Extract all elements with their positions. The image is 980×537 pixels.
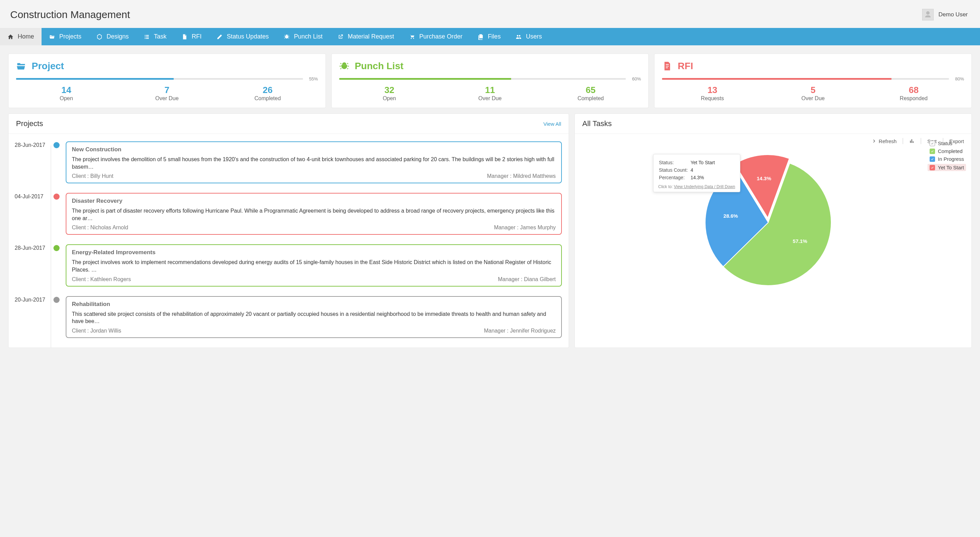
project-client: Client : Nicholas Arnold xyxy=(72,225,128,231)
tasks-panel-title: All Tasks xyxy=(582,119,612,128)
stat-requests[interactable]: 13Requests xyxy=(662,85,763,102)
nav-home-label: Home xyxy=(18,33,34,40)
legend-completed[interactable]: Completed xyxy=(930,148,964,154)
chart-legend: Status Completed In Progress Yet To Star… xyxy=(930,140,964,173)
tasks-toolbar: Refresh Sort Export xyxy=(582,138,964,144)
stat-overdue[interactable]: 11Over Due xyxy=(440,85,540,102)
nav-designs-label: Designs xyxy=(107,33,129,40)
project-title: Disaster Recovery xyxy=(72,198,556,204)
project-title: Rehabilitation xyxy=(72,301,556,308)
nav-files[interactable]: Files xyxy=(470,28,508,45)
timeline-dot xyxy=(54,142,60,148)
tasks-panel: All Tasks Refresh Sort Export xyxy=(574,113,972,348)
chart-tooltip: Status:Yet To Start Status Count:4 Perce… xyxy=(653,154,740,192)
nav-material-request-label: Material Request xyxy=(348,33,394,40)
project-manager: Manager : James Murphy xyxy=(494,225,556,231)
summary-punch-title: Punch List xyxy=(355,61,404,72)
timeline-dot xyxy=(54,245,60,251)
main-nav: Home Projects Designs Task RFI Status Up… xyxy=(0,28,980,45)
second-row: Projects View All 28-Jun-2017New Constru… xyxy=(8,113,972,348)
view-all-link[interactable]: View All xyxy=(544,121,561,127)
project-description: The project involves work to implement r… xyxy=(72,259,556,273)
edit-icon xyxy=(216,34,223,40)
legend-status-header[interactable]: Status xyxy=(930,140,964,146)
progress-bar xyxy=(339,78,626,80)
pie-label: 28.6% xyxy=(723,213,738,219)
nav-projects-label: Projects xyxy=(59,33,81,40)
stat-overdue[interactable]: 7Over Due xyxy=(117,85,218,102)
folder-open-icon xyxy=(16,61,26,71)
nav-punch-list-label: Punch List xyxy=(294,33,323,40)
project-manager: Manager : Jennifer Rodriguez xyxy=(484,328,556,334)
nav-designs[interactable]: Designs xyxy=(89,28,136,45)
project-date: 04-Jul-2017 xyxy=(14,193,47,235)
bug-icon xyxy=(339,61,349,71)
summary-card-project: Project 55% 14Open 7Over Due 26Completed xyxy=(8,54,326,108)
project-description: This scattered site project consists of … xyxy=(72,311,556,325)
project-date: 28-Jun-2017 xyxy=(14,244,47,286)
project-item[interactable]: 20-Jun-2017RehabilitationThis scattered … xyxy=(14,296,562,338)
user-icon xyxy=(924,11,932,19)
user-name: Demo User xyxy=(939,11,968,18)
pie-chart[interactable]: 57.1%28.6%14.3% xyxy=(582,148,964,291)
refresh-button[interactable]: Refresh xyxy=(871,138,897,144)
project-item[interactable]: 28-Jun-2017New ConstructionThe project i… xyxy=(14,142,562,183)
projects-timeline: 28-Jun-2017New ConstructionThe project i… xyxy=(8,134,569,347)
summary-project-title: Project xyxy=(32,61,64,72)
stat-completed[interactable]: 26Completed xyxy=(217,85,318,102)
separator xyxy=(903,138,903,144)
project-manager: Manager : Diana Gilbert xyxy=(498,276,556,282)
nav-rfi[interactable]: RFI xyxy=(174,28,209,45)
stat-overdue[interactable]: 5Over Due xyxy=(763,85,864,102)
project-description: The project is part of disaster recovery… xyxy=(72,207,556,222)
nav-users[interactable]: Users xyxy=(508,28,549,45)
nav-home[interactable]: Home xyxy=(0,28,41,45)
list-icon xyxy=(144,34,150,40)
project-card: Disaster RecoveryThe project is part of … xyxy=(66,193,562,235)
app-header: Construction Management Demo User xyxy=(0,0,980,28)
stat-open[interactable]: 32Open xyxy=(339,85,440,102)
project-client: Client : Billy Hunt xyxy=(72,173,113,179)
legend-yet-to-start[interactable]: Yet To Start xyxy=(928,164,966,171)
project-item[interactable]: 28-Jun-2017Energy-Related ImprovementsTh… xyxy=(14,244,562,286)
progress-bar xyxy=(662,78,949,80)
progress-pct: 55% xyxy=(306,76,318,81)
pie-label: 57.1% xyxy=(793,238,807,244)
app-title: Construction Management xyxy=(10,9,130,21)
summary-rfi-title: RFI xyxy=(678,61,693,72)
avatar xyxy=(922,9,934,21)
stat-completed[interactable]: 65Completed xyxy=(540,85,641,102)
file-icon xyxy=(181,34,188,40)
nav-rfi-label: RFI xyxy=(192,33,202,40)
cart-icon xyxy=(409,34,415,40)
progress-pct: 80% xyxy=(952,76,964,81)
stat-open[interactable]: 14Open xyxy=(16,85,117,102)
project-date: 20-Jun-2017 xyxy=(14,296,47,338)
nav-status-updates-label: Status Updates xyxy=(227,33,269,40)
user-menu[interactable]: Demo User xyxy=(922,9,968,21)
summary-row: Project 55% 14Open 7Over Due 26Completed… xyxy=(8,54,972,108)
progress-pct: 60% xyxy=(628,76,641,81)
summary-card-punch-list: Punch List 60% 32Open 11Over Due 65Compl… xyxy=(331,54,649,108)
chevron-right-icon xyxy=(871,138,877,144)
share-icon xyxy=(337,34,344,40)
hexagon-icon xyxy=(96,34,102,40)
legend-in-progress[interactable]: In Progress xyxy=(930,156,964,162)
project-title: Energy-Related Improvements xyxy=(72,249,556,256)
users-icon xyxy=(515,34,522,40)
project-description: The project involves the demolition of 5… xyxy=(72,156,556,171)
nav-material-request[interactable]: Material Request xyxy=(330,28,401,45)
project-card: Energy-Related ImprovementsThe project i… xyxy=(66,244,562,286)
stat-responded[interactable]: 68Responded xyxy=(863,85,964,102)
nav-projects[interactable]: Projects xyxy=(41,28,89,45)
nav-punch-list[interactable]: Punch List xyxy=(276,28,330,45)
nav-task[interactable]: Task xyxy=(136,28,174,45)
nav-purchase-order[interactable]: Purchase Order xyxy=(401,28,470,45)
project-card: New ConstructionThe project involves the… xyxy=(66,142,562,183)
tooltip-drill-down[interactable]: View Underlying Data / Drill Down xyxy=(674,184,735,189)
nav-status-updates[interactable]: Status Updates xyxy=(209,28,276,45)
projects-panel: Projects View All 28-Jun-2017New Constru… xyxy=(8,113,569,348)
chart-type-button[interactable] xyxy=(909,138,915,144)
project-client: Client : Jordan Willis xyxy=(72,328,121,334)
project-item[interactable]: 04-Jul-2017Disaster RecoveryThe project … xyxy=(14,193,562,235)
